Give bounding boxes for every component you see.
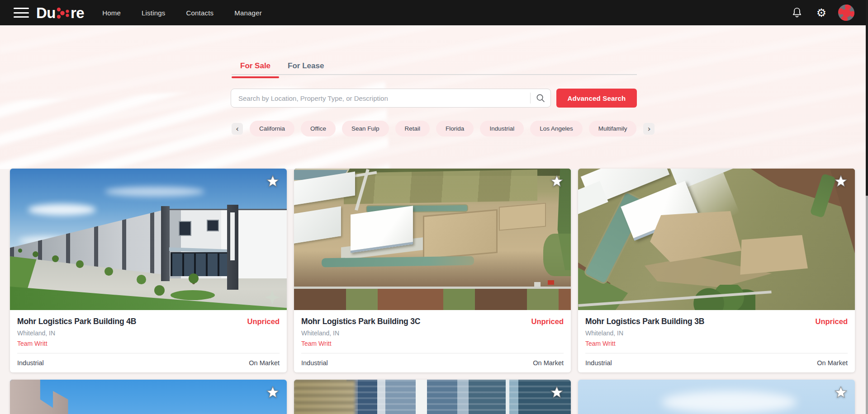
- logo-x-icon: [57, 5, 70, 21]
- favorite-star-icon[interactable]: [549, 385, 564, 400]
- search-icon[interactable]: [531, 94, 550, 103]
- filter-chip-multifamily[interactable]: Multifamily: [589, 121, 637, 136]
- notifications-bell-icon[interactable]: [789, 5, 805, 20]
- divider: [585, 353, 848, 353]
- tab-for-lease[interactable]: For Lease: [279, 59, 332, 77]
- search-input[interactable]: [231, 89, 530, 107]
- listing-status: On Market: [249, 359, 280, 367]
- listing-card[interactable]: Mohr Logistics Park Building 3B Unpriced…: [578, 169, 855, 372]
- header-actions: ⚙: [789, 5, 854, 21]
- property-photo-warehouse-exterior: [10, 169, 287, 310]
- listing-location: Whiteland, IN: [585, 329, 848, 337]
- listing-details: Mohr Logistics Park Building 3B Unpriced…: [578, 310, 855, 372]
- listings-grid: Mohr Logistics Park Building 4B Unpriced…: [10, 169, 855, 414]
- settings-gear-icon[interactable]: ⚙: [814, 5, 829, 20]
- filter-chip-los-angeles[interactable]: Los Angeles: [530, 121, 583, 136]
- listing-location: Whiteland, IN: [17, 329, 280, 337]
- property-photo-downtown-towers: [294, 380, 571, 414]
- hamburger-menu-icon[interactable]: [14, 8, 29, 18]
- listing-tabs: For Sale For Lease: [232, 59, 332, 77]
- brand-logo[interactable]: Du re: [36, 5, 84, 21]
- filter-chip-sean-fulp[interactable]: Sean Fulp: [342, 121, 389, 136]
- listing-broker-link[interactable]: Team Writt: [585, 340, 848, 347]
- nav-item-listings[interactable]: Listings: [142, 9, 165, 17]
- listing-price: Unpriced: [815, 317, 848, 326]
- user-avatar[interactable]: [838, 5, 854, 21]
- listing-property-type: Industrial: [585, 359, 612, 367]
- listing-details: Mohr Logistics Park Building 3C Unpriced…: [294, 310, 571, 372]
- property-photo-aerial-site: [294, 169, 571, 310]
- favorite-star-icon[interactable]: [833, 385, 849, 400]
- page: Du re Home Listings Contacts Manager: [0, 0, 868, 414]
- listing-card[interactable]: [10, 380, 287, 414]
- brand-prefix: Du: [36, 5, 56, 20]
- filter-chips: California Office Sean Fulp Retail Flori…: [250, 121, 636, 136]
- favorite-star-icon[interactable]: [833, 174, 849, 189]
- listing-status: On Market: [817, 359, 848, 367]
- filter-chip-florida[interactable]: Florida: [436, 121, 474, 136]
- main-nav: Home Listings Contacts Manager: [102, 9, 262, 17]
- favorite-star-icon[interactable]: [549, 174, 564, 189]
- search-bar: [231, 89, 551, 108]
- divider: [301, 353, 564, 353]
- nav-item-contacts[interactable]: Contacts: [186, 9, 213, 17]
- top-navbar: Du re Home Listings Contacts Manager: [0, 0, 868, 25]
- listing-property-type: Industrial: [301, 359, 328, 367]
- filter-chip-retail[interactable]: Retail: [395, 121, 430, 136]
- listing-card[interactable]: [578, 380, 855, 414]
- scrollbar-thumb[interactable]: [866, 0, 868, 196]
- listing-title: Mohr Logistics Park Building 4B: [17, 317, 136, 326]
- nav-item-home[interactable]: Home: [102, 9, 121, 17]
- listing-broker-link[interactable]: Team Writt: [17, 340, 280, 347]
- favorite-star-icon[interactable]: [265, 385, 280, 400]
- favorite-star-icon[interactable]: [265, 174, 280, 189]
- filter-chip-california[interactable]: California: [250, 121, 294, 136]
- listing-title: Mohr Logistics Park Building 3B: [585, 317, 704, 326]
- filter-chips-row: ‹ California Office Sean Fulp Retail Flo…: [232, 121, 637, 136]
- listing-title: Mohr Logistics Park Building 3C: [301, 317, 420, 326]
- filter-chip-office[interactable]: Office: [301, 121, 336, 136]
- tab-for-sale[interactable]: For Sale: [232, 59, 279, 77]
- listing-property-type: Industrial: [17, 359, 44, 367]
- scrollbar-track[interactable]: [866, 0, 868, 414]
- listing-card[interactable]: Mohr Logistics Park Building 4B Unpriced…: [10, 169, 287, 372]
- listing-price: Unpriced: [531, 317, 564, 326]
- listing-location: Whiteland, IN: [301, 329, 564, 337]
- listing-status: On Market: [533, 359, 564, 367]
- property-photo-office-building: [10, 380, 287, 414]
- brand-suffix: re: [71, 5, 84, 20]
- property-photo-retail-signs: [578, 380, 855, 414]
- listing-card[interactable]: [294, 380, 571, 414]
- listing-broker-link[interactable]: Team Writt: [301, 340, 564, 347]
- sparkle-icon: [264, 289, 280, 307]
- advanced-search-button[interactable]: Advanced Search: [556, 89, 637, 108]
- listing-details: Mohr Logistics Park Building 4B Unpriced…: [10, 310, 287, 372]
- filter-chip-industrial[interactable]: Industrial: [480, 121, 524, 136]
- avatar-image: [838, 5, 854, 21]
- nav-item-manager[interactable]: Manager: [234, 9, 262, 17]
- chevron-left-icon[interactable]: ‹: [232, 123, 243, 135]
- listing-card[interactable]: Mohr Logistics Park Building 3C Unpriced…: [294, 169, 571, 372]
- listing-price: Unpriced: [247, 317, 280, 326]
- property-photo-aerial-site: [578, 169, 855, 310]
- chevron-right-icon[interactable]: ›: [643, 123, 655, 135]
- divider: [17, 353, 280, 353]
